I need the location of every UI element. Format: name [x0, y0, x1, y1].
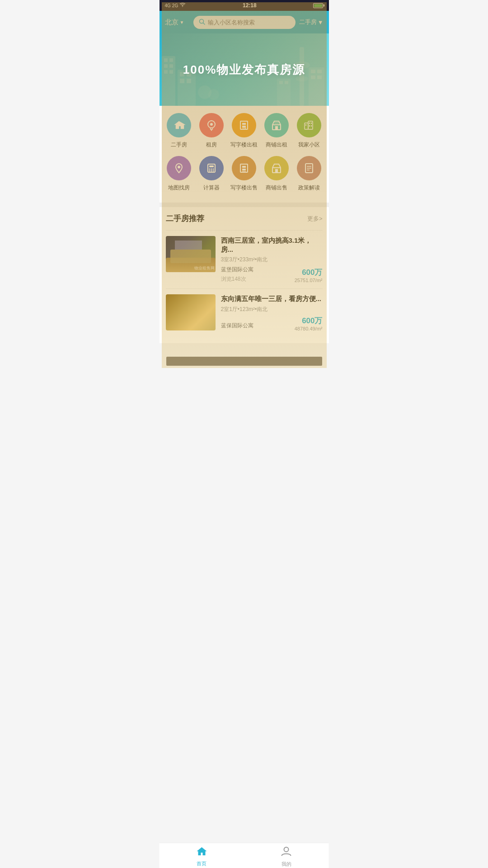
- property-card-2[interactable]: 东向满五年唯一三居，看房方便... 2室1厅•123m²•南北 蓝保国际公寓 6…: [166, 288, 323, 337]
- recommendations-section: 二手房推荐 更多> 物业租售网 西南三居室，室内挑高3.1米，房... 3室3厅…: [160, 207, 329, 343]
- banner-text: 100%物业发布真房源: [183, 62, 305, 78]
- property-image-2: [166, 294, 216, 330]
